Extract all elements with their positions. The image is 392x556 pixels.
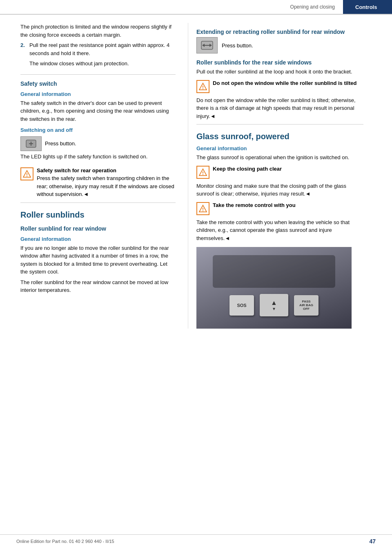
warning-text-remote: Take the remote control with you (213, 201, 363, 209)
footer: Online Edition for Part no. 01 40 2 960 … (0, 534, 392, 548)
safety-switch-title: Safety switch (20, 80, 176, 87)
roller-rear-window-title: Roller sunblind for rear window (20, 225, 176, 232)
svg-point-15 (203, 174, 203, 175)
step-2-text: Pull the reel past the resistance point … (29, 41, 176, 70)
warning-icon-safety (20, 167, 33, 180)
warning-triangle-icon-3 (199, 168, 207, 176)
warning-title-closing: Keep the closing path clear (213, 166, 282, 172)
warning-text-roller: Do not open the window while the roller … (213, 79, 363, 87)
switching-on-off-title: Switching on and off (20, 127, 176, 133)
warning-remote-para: Take the remote control with you when le… (196, 218, 363, 242)
warning-title-remote: Take the remote control with you (213, 202, 296, 208)
divider-1 (20, 74, 176, 75)
safety-general-info-text: The safety switch in the driver's door c… (20, 99, 176, 123)
safety-general-info-title: General information (20, 91, 176, 97)
warning-triangle-icon-4 (199, 205, 207, 213)
left-column: The pinch protection is limited and the … (0, 23, 188, 329)
roller-general-info-title: General information (20, 236, 176, 242)
header: Opening and closing Controls (0, 0, 392, 15)
warning-box-safety: Safety switch for rear operation Press t… (20, 167, 176, 198)
page-container: Opening and closing Controls The pinch p… (0, 0, 392, 556)
svg-point-18 (203, 210, 203, 211)
rear-side-title: Roller sunblinds for the rear side windo… (196, 59, 363, 66)
header-opening-label: Opening and closing (0, 0, 343, 14)
warning-triangle-icon-2 (199, 82, 207, 91)
warning-title-safety: Safety switch for rear operation (37, 167, 116, 173)
intro-text-1: The pinch protection is limited and the … (20, 23, 176, 39)
end-mark-1: ◄ (83, 191, 89, 197)
glass-sunroof-title: Glass sunroof, powered (196, 132, 363, 141)
glass-general-info-title: General information (196, 145, 363, 151)
footer-online-edition: Online Edition for Part no. 01 40 2 960 … (16, 539, 114, 544)
warning-box-roller: Do not open the window while the roller … (196, 79, 363, 93)
header-controls-label: Controls (343, 0, 392, 14)
warning-icon-remote (196, 202, 209, 215)
glass-general-info-text: The glass sunroof is operational when th… (196, 153, 363, 162)
content-area: The pinch protection is limited and the … (0, 15, 392, 329)
sunroof-inner: SOS ▲ ▼ PASSAIR BAGOFF (196, 247, 352, 329)
extending-button-row: Press button. (196, 37, 363, 53)
warning-icon-closing (196, 166, 209, 179)
warning-roller-para: Do not open the window while the roller … (196, 96, 363, 120)
extending-button-image (196, 37, 218, 53)
safety-press-button-row: Press button. The LED lights up if the s… (20, 136, 176, 163)
roller-para-1: If you are no longer able to move the ro… (20, 244, 176, 276)
divider-right-1 (196, 124, 363, 125)
page-number: 47 (369, 538, 376, 545)
rear-side-text: Pull out the roller sunblind at the loop… (196, 68, 363, 76)
warning-text-closing: Keep the closing path clear (213, 165, 363, 173)
controls-text: Controls (355, 4, 377, 10)
extending-title: Extending or retracting roller sunblind … (196, 29, 363, 35)
sunroof-image: SOS ▲ ▼ PASSAIR BAGOFF (196, 247, 352, 329)
roller-sunblinds-title: Roller sunblinds (20, 210, 176, 220)
divider-2 (20, 202, 176, 203)
safety-press-button-text: Press button. The LED lights up if the s… (20, 136, 147, 163)
safety-switch-icon (25, 139, 37, 148)
safety-press-label: Press button. (45, 140, 76, 148)
extending-press-text: Press button. (222, 42, 253, 49)
warning-title-roller: Do not open the window while the roller … (213, 80, 356, 86)
sunroof-control-btn: ▲ ▼ (260, 294, 288, 316)
step-2: 2. Pull the reel past the resistance poi… (20, 41, 176, 70)
sunblind-extend-icon (200, 40, 214, 51)
right-column: Extending or retracting roller sunblind … (188, 23, 376, 329)
warning-closing-para: Monitor closing and make sure that the c… (196, 182, 363, 198)
svg-point-5 (27, 176, 27, 176)
warning-body-safety: Press the safety switch when transportin… (37, 175, 174, 197)
safety-led-text: The LED lights up if the safety function… (20, 153, 147, 161)
step-2-number: 2. (20, 41, 29, 70)
opening-closing-text: Opening and closing (290, 4, 335, 10)
warning-icon-roller (196, 80, 209, 93)
warning-box-remote: Take the remote control with you (196, 201, 363, 215)
warning-text-safety: Safety switch for rear operation Press t… (37, 167, 176, 198)
svg-point-12 (203, 88, 203, 89)
pass-airbag-btn: PASSAIR BAGOFF (294, 295, 318, 316)
roller-para-2: The roller sunblind for the rear window … (20, 278, 176, 294)
sos-button: SOS (229, 295, 254, 316)
warning-box-closing: Keep the closing path clear (196, 165, 363, 179)
warning-triangle-icon (23, 170, 31, 178)
